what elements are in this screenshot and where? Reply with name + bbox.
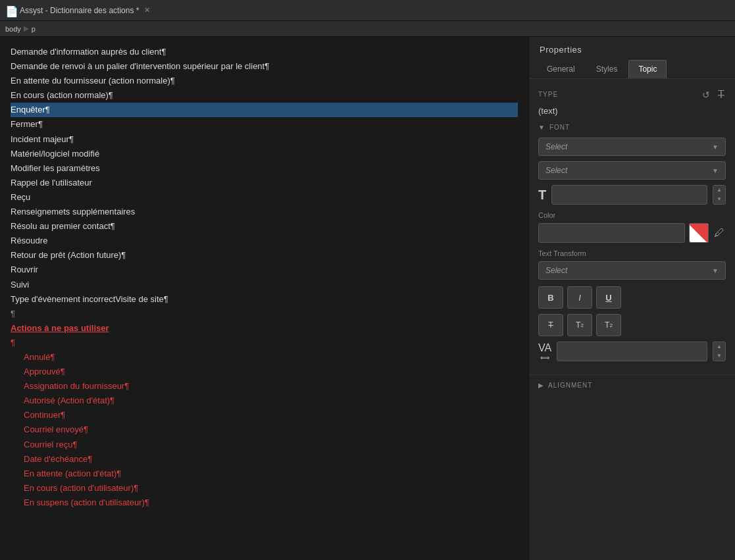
text-line: Reçu bbox=[11, 190, 518, 205]
font-label: FONT bbox=[549, 124, 570, 131]
color-swatch[interactable] bbox=[689, 223, 709, 243]
text-transform-label: Text Transform bbox=[538, 249, 726, 257]
breadcrumb-body[interactable]: body bbox=[5, 25, 21, 33]
main-layout: Demande d'information auprès du client¶D… bbox=[0, 37, 735, 560]
tab-styles[interactable]: Styles bbox=[586, 60, 628, 78]
chevron-down-icon: ▼ bbox=[712, 143, 719, 151]
breadcrumb-p[interactable]: p bbox=[32, 25, 36, 33]
color-input-row: 🖊 bbox=[538, 223, 726, 243]
panel-tabs: General Styles Topic bbox=[529, 60, 735, 79]
text-line: Demande de renvoi à un palier d'interven… bbox=[11, 59, 518, 74]
kerning-spinner: ▲ ▼ bbox=[713, 342, 726, 361]
font-chevron: ▼ bbox=[538, 124, 545, 131]
color-row: Color 🖊 bbox=[538, 211, 726, 243]
font-size-input[interactable] bbox=[551, 185, 707, 205]
text-line: Renseignemets supplémentaires bbox=[11, 205, 518, 219]
subscript-button[interactable]: T2 bbox=[596, 314, 621, 336]
kerning-icon: VA⟺ bbox=[538, 342, 551, 361]
text-line: Résoudre bbox=[11, 234, 518, 248]
font-family-value: Select bbox=[545, 142, 567, 151]
text-line: En cours (action d'utilisateur)¶ bbox=[24, 481, 518, 496]
reset-icon[interactable]: ↺ bbox=[701, 87, 711, 102]
kerning-down[interactable]: ▼ bbox=[713, 351, 725, 361]
kerning-input[interactable] bbox=[557, 342, 707, 361]
text-line: Actions à ne pas utiliser bbox=[11, 321, 518, 336]
text-line: Rouvrir bbox=[11, 263, 518, 277]
text-transform-section: Text Transform Select ▼ bbox=[538, 249, 726, 280]
breadcrumb: body ▶ p bbox=[0, 21, 735, 37]
text-transform-value: Select bbox=[545, 266, 567, 275]
tab-general[interactable]: General bbox=[537, 60, 585, 78]
type-row: TYPE ↺ T̶ bbox=[538, 87, 726, 102]
text-line: En attente du fournisseur (action normal… bbox=[11, 74, 518, 88]
type-label: TYPE bbox=[538, 91, 558, 98]
font-family-select[interactable]: Select ▼ bbox=[538, 138, 726, 156]
font-size-up[interactable]: ▲ bbox=[713, 186, 725, 195]
font-size-down[interactable]: ▼ bbox=[713, 195, 725, 204]
panel-title: Properties bbox=[529, 37, 735, 60]
font-style-value: Select bbox=[545, 166, 567, 175]
text-line: Matériel/logiciel modifié bbox=[11, 147, 518, 161]
text-line: Type d'évènement incorrectVisite de site… bbox=[11, 292, 518, 307]
superscript-button[interactable]: T2 bbox=[567, 314, 592, 336]
kerning-row: VA⟺ ▲ ▼ bbox=[538, 342, 726, 361]
font-transform-icon[interactable]: T̶ bbox=[717, 87, 726, 102]
window-title: Assyst - Dictionnaire des actions * bbox=[20, 6, 139, 15]
text-line: Incident majeur¶ bbox=[11, 132, 518, 147]
close-button[interactable]: ✕ bbox=[144, 6, 150, 14]
title-bar: 📄 Assyst - Dictionnaire des actions * ✕ bbox=[0, 0, 735, 21]
text-line: Demande d'information auprès du client¶ bbox=[11, 45, 518, 59]
text-line: ¶ bbox=[11, 336, 518, 350]
font-section-header[interactable]: ▼ FONT bbox=[538, 124, 726, 131]
eyedropper-button[interactable]: 🖊 bbox=[713, 226, 726, 240]
text-line: Modifier les paramètres bbox=[11, 161, 518, 176]
properties-panel: Properties General Styles Topic TYPE ↺ T… bbox=[528, 37, 735, 560]
text-line: Résolu au premier contact¶ bbox=[11, 219, 518, 234]
text-line: ¶ bbox=[11, 307, 518, 321]
type-value: (text) bbox=[538, 106, 726, 116]
text-line: Fermer¶ bbox=[11, 117, 518, 132]
alignment-header[interactable]: ▶ ALIGNMENT bbox=[538, 382, 726, 389]
text-line: Assignation du fournisseur¶ bbox=[24, 379, 518, 394]
text-line: Courriel envoyé¶ bbox=[24, 422, 518, 437]
breadcrumb-separator: ▶ bbox=[24, 24, 29, 33]
font-style-select[interactable]: Select ▼ bbox=[538, 161, 726, 180]
kerning-up[interactable]: ▲ bbox=[713, 342, 725, 351]
editor-content: Demande d'information auprès du client¶D… bbox=[11, 45, 518, 510]
text-line: Enquêter¶ bbox=[11, 103, 518, 117]
text-line: Approuvé¶ bbox=[24, 365, 518, 379]
font-section: ▼ FONT Select ▼ Select ▼ T ▲ ▼ bbox=[529, 124, 735, 374]
italic-button[interactable]: I bbox=[567, 286, 592, 309]
text-transform-select[interactable]: Select ▼ bbox=[538, 261, 726, 280]
type-icons: ↺ T̶ bbox=[701, 87, 726, 102]
underline-button[interactable]: U bbox=[596, 286, 621, 309]
type-section: TYPE ↺ T̶ (text) bbox=[529, 79, 735, 124]
text-line: Autorisé (Action d'état)¶ bbox=[24, 394, 518, 408]
chevron-down-icon-3: ▼ bbox=[712, 267, 719, 274]
color-input[interactable] bbox=[538, 223, 685, 243]
font-size-row: T ▲ ▼ bbox=[538, 185, 726, 205]
text-line: Continuer¶ bbox=[24, 408, 518, 422]
text-line: Annulé¶ bbox=[24, 350, 518, 365]
text-line: Rappel de l'utilisateur bbox=[11, 176, 518, 190]
text-line: Retour de prêt (Action future)¶ bbox=[11, 248, 518, 263]
document-icon: 📄 bbox=[5, 5, 16, 16]
format-buttons-row: B I U bbox=[538, 286, 726, 309]
tab-topic[interactable]: Topic bbox=[628, 60, 667, 78]
font-size-spinner: ▲ ▼ bbox=[713, 185, 726, 205]
alignment-label: ALIGNMENT bbox=[548, 382, 592, 389]
text-line: Date d'échéance¶ bbox=[24, 452, 518, 467]
text-line: En suspens (action d'utilisateur)¶ bbox=[24, 496, 518, 510]
font-size-icon: T bbox=[538, 188, 546, 203]
text-line: Suivi bbox=[11, 278, 518, 292]
text-line: En cours (action normale)¶ bbox=[11, 88, 518, 103]
text-line: En attente (action d'état)¶ bbox=[24, 467, 518, 481]
chevron-down-icon-2: ▼ bbox=[712, 167, 719, 174]
color-label: Color bbox=[538, 211, 726, 219]
strikethrough-button[interactable]: T bbox=[538, 314, 563, 336]
alignment-section: ▶ ALIGNMENT bbox=[529, 374, 735, 395]
superscript-row: T T2 T2 bbox=[538, 314, 726, 336]
bold-button[interactable]: B bbox=[538, 286, 563, 309]
text-line: Courriel reçu¶ bbox=[24, 438, 518, 452]
editor-area[interactable]: Demande d'information auprès du client¶D… bbox=[0, 37, 528, 560]
